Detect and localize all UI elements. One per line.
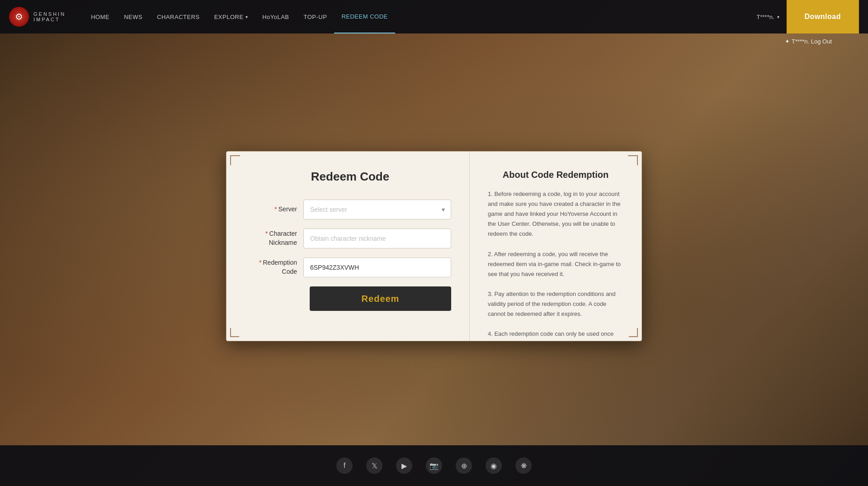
server-field-group: *Server Select server America Europe Asi… [249,200,451,219]
social-twitter[interactable]: 𝕏 [366,457,382,474]
social-reddit[interactable]: ◉ [486,457,502,474]
nickname-input[interactable] [303,229,451,248]
about-point-2: 2. After redeeming a code, you will rece… [488,249,623,279]
nav-right: T****n. Download [750,0,859,33]
about-point-3: 3. Pay attention to the redemption condi… [488,289,623,319]
nav-news[interactable]: NEWS [117,0,150,33]
about-content: 1. Before redeeming a code, log in to yo… [488,189,623,337]
about-section: About Code Redemption 1. Before redeemin… [470,152,642,337]
server-label: *Server [249,205,303,214]
logo-text: GENSHIN IMPACT [33,11,66,22]
logout-bar: ✦ T****n. Log Out [0,33,868,49]
corner-br [629,328,638,337]
main-content: Redeem Code *Server Select server Americ… [0,33,868,445]
logout-link[interactable]: Log Out [811,38,832,45]
logo[interactable]: ⚙ GENSHIN IMPACT [9,7,66,27]
nav-links: HOME NEWS CHARACTERS EXPLORE HoYoLAB TOP… [84,0,749,33]
nickname-field-group: *Character Nickname [249,229,451,248]
navbar: ⚙ GENSHIN IMPACT HOME NEWS CHARACTERS EX… [0,0,868,33]
modal-title: Redeem Code [249,170,451,184]
social-hoyolab[interactable]: ❋ [515,457,532,474]
about-title: About Code Redemption [488,170,623,180]
nav-characters[interactable]: CHARACTERS [150,0,207,33]
redeem-button[interactable]: Redeem [310,286,451,311]
server-select[interactable]: Select server America Europe Asia TW, HK… [303,200,451,219]
code-label: *Redemption Code [249,258,303,276]
footer: f 𝕏 ▶ 📷 ⊕ ◉ ❋ [0,445,868,486]
nickname-label: *Character Nickname [249,229,303,247]
social-youtube[interactable]: ▶ [396,457,412,474]
code-input[interactable] [303,257,451,277]
redeem-button-wrapper: Redeem [249,286,451,311]
download-button[interactable]: Download [787,0,859,33]
social-instagram[interactable]: 📷 [426,457,442,474]
code-required: * [259,259,261,266]
social-facebook[interactable]: f [336,457,353,474]
logout-username: T****n. [792,38,809,45]
social-discord[interactable]: ⊕ [456,457,472,474]
redeem-form-section: Redeem Code *Server Select server Americ… [226,152,470,341]
server-required: * [274,205,277,213]
nav-redeem-code[interactable]: REDEEM CODE [334,0,395,33]
nav-hoyolab[interactable]: HoYoLAB [255,0,296,33]
redeem-modal: Redeem Code *Server Select server Americ… [226,151,642,341]
corner-bl [230,328,239,337]
nav-explore[interactable]: EXPLORE [207,0,255,33]
nickname-required: * [265,230,268,237]
nav-home[interactable]: HOME [84,0,117,33]
about-point-1: 1. Before redeeming a code, log in to yo… [488,189,623,239]
nav-user-menu[interactable]: T****n. [750,0,787,33]
nav-top-up[interactable]: TOP-UP [297,0,335,33]
about-point-4: 4. Each redemption code can only be used… [488,329,623,337]
logout-star: ✦ [785,38,790,45]
server-select-wrapper: Select server America Europe Asia TW, HK… [303,200,451,219]
logo-icon: ⚙ [9,7,29,27]
code-field-group: *Redemption Code [249,257,451,277]
